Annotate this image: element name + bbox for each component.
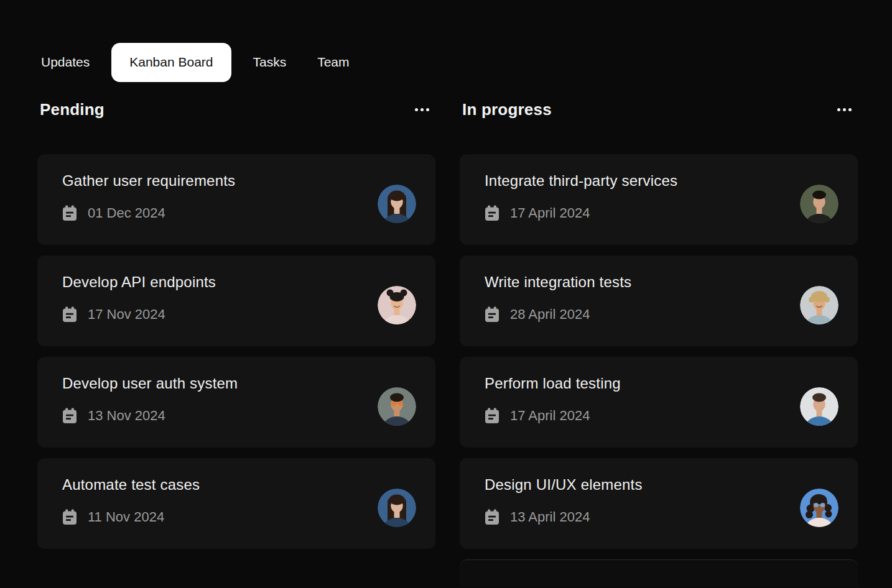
tab-label: Kanban Board [129,55,213,70]
calendar-icon [485,306,499,323]
ellipsis-icon[interactable] [836,104,853,115]
card-list: Integrate third-party services 17 April … [460,154,858,587]
task-title: Perform load testing [485,374,858,393]
tab-kanban-board[interactable]: Kanban Board [111,43,231,82]
tab-bar: Updates Kanban Board Tasks Team [26,42,365,82]
task-title: Develop user auth system [62,374,435,393]
due-date: 28 April 2024 [510,306,590,323]
ellipsis-icon[interactable] [414,104,430,115]
tab-team[interactable]: Team [302,42,365,82]
calendar-icon [62,509,77,525]
calendar-icon [62,205,77,221]
assignee-avatar [800,286,839,324]
task-card[interactable]: Perform load testing 17 April 2024 [460,357,858,448]
assignee-avatar [800,387,839,426]
tab-label: Tasks [253,55,287,70]
column-title: In progress [462,100,552,119]
calendar-icon [485,509,499,525]
assignee-avatar [800,185,839,223]
column-in-progress: In progress Integrate third-party servic… [460,98,858,587]
tab-label: Updates [41,55,90,70]
assignee-avatar [378,387,416,426]
task-card[interactable]: Write integration tests 28 April 2024 [460,255,858,346]
task-title: Automate test cases [62,475,435,494]
due-date: 01 Dec 2024 [88,205,165,221]
kanban-board: Pending Gather user requirements 01 Dec … [37,98,858,587]
assignee-avatar [378,185,416,223]
task-card[interactable]: Gather user requirements 01 Dec 2024 [37,154,435,245]
column-pending: Pending Gather user requirements 01 Dec … [37,98,435,587]
task-title: Gather user requirements [62,172,435,190]
task-card[interactable]: Design UI/UX elements 13 April 2024 [460,458,858,549]
due-date: 13 April 2024 [510,509,590,525]
due-date: 17 Nov 2024 [88,306,165,323]
task-title: Develop API endpoints [62,273,435,292]
tab-label: Team [317,55,349,70]
assignee-avatar [800,489,839,527]
calendar-icon [485,205,499,221]
task-card[interactable]: Develop API endpoints 17 Nov 2024 [37,255,435,346]
task-title: Write integration tests [485,273,858,292]
assignee-avatar [378,286,416,324]
assignee-avatar [378,489,416,527]
task-title: Integrate third-party services [485,172,858,190]
task-card[interactable]: Develop user auth system 13 Nov 2024 [37,357,435,448]
tab-tasks[interactable]: Tasks [238,42,302,82]
column-title: Pending [40,100,105,119]
column-header: In progress [460,98,858,121]
card-list: Gather user requirements 01 Dec 2024 [37,154,435,549]
task-title: Design UI/UX elements [485,475,858,494]
calendar-icon [62,408,77,424]
due-date: 17 April 2024 [510,205,590,221]
due-date: 17 April 2024 [510,408,590,424]
partial-next-card[interactable] [460,559,858,587]
task-card[interactable]: Automate test cases 11 Nov 2024 [37,458,435,549]
task-card[interactable]: Integrate third-party services 17 April … [460,154,858,245]
calendar-icon [485,408,499,424]
tab-updates[interactable]: Updates [26,42,105,82]
due-date: 13 Nov 2024 [88,408,165,424]
calendar-icon [62,306,77,323]
due-date: 11 Nov 2024 [88,509,164,525]
column-header: Pending [37,98,435,121]
